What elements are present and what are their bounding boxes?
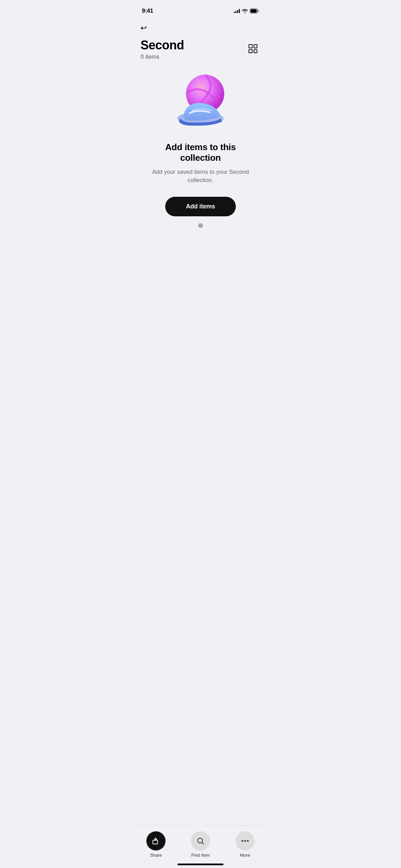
svg-rect-1 bbox=[251, 9, 257, 13]
scroll-indicator bbox=[198, 223, 203, 228]
page-header: Second 0 items bbox=[134, 36, 267, 60]
collection-title: Second bbox=[141, 38, 184, 52]
header-left: Second 0 items bbox=[141, 38, 184, 60]
nav-bar: ↩ bbox=[134, 17, 267, 36]
status-icons bbox=[234, 9, 259, 13]
back-button[interactable]: ↩ bbox=[141, 21, 156, 36]
back-arrow-icon: ↩ bbox=[141, 24, 147, 32]
status-bar: 9:41 bbox=[134, 0, 267, 17]
empty-state-description: Add your saved items to your Second coll… bbox=[144, 168, 257, 184]
grid-icon bbox=[248, 44, 257, 53]
empty-state-title: Add items to this collection bbox=[144, 142, 257, 163]
signal-icon bbox=[234, 9, 240, 13]
battery-icon bbox=[250, 9, 259, 13]
items-count: 0 items bbox=[141, 53, 184, 60]
add-items-button[interactable]: Add items bbox=[165, 197, 235, 216]
status-time: 9:41 bbox=[142, 8, 153, 14]
grid-view-button[interactable] bbox=[245, 41, 260, 56]
wifi-icon bbox=[242, 9, 248, 13]
empty-state-illustration bbox=[170, 71, 231, 132]
main-content: Add items to this collection Add your sa… bbox=[134, 60, 267, 228]
